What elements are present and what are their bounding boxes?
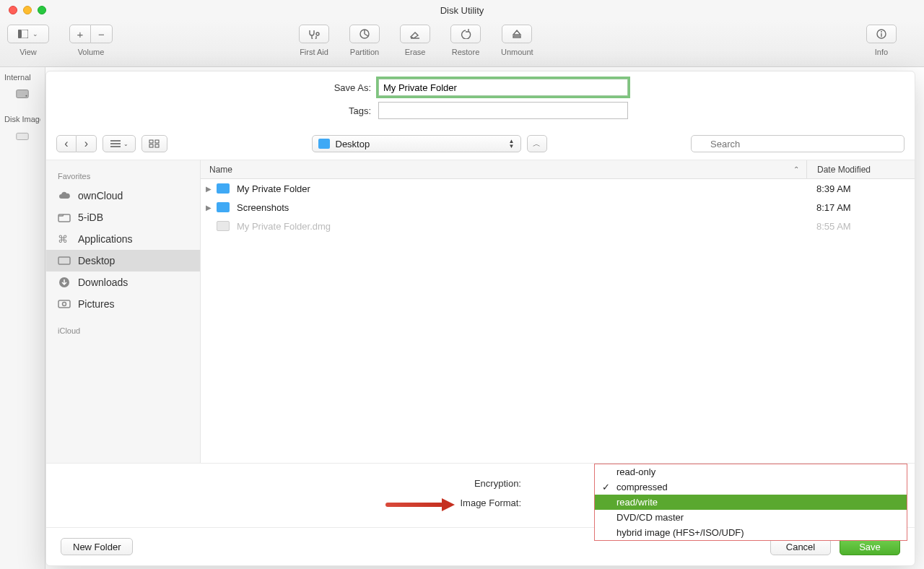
svg-text:⌘: ⌘ [58,233,68,245]
pie-icon [359,28,370,40]
sidebar-item-pictures[interactable]: Pictures [46,293,200,315]
svg-rect-9 [17,133,29,139]
name-column-header[interactable]: Name ⌃ [201,165,806,175]
nav-back-forward: ‹ › [56,135,97,152]
back-button[interactable]: ‹ [56,135,77,152]
svg-rect-1 [18,30,22,38]
disclosure-icon[interactable]: ▶ [201,185,217,193]
location-popup[interactable]: Desktop ▲▼ [312,135,521,152]
view-label: View [19,48,37,56]
info-button[interactable] [866,25,897,43]
folder-icon [318,139,330,149]
downloads-icon [58,277,71,288]
sidebar-item-label: Downloads [78,277,128,288]
toolbar: ⌄ View + − Volume First Aid Partition Er… [0,20,924,67]
options-area: Encryption: Image Format: read-onlycompr… [46,464,915,527]
partition-button[interactable] [349,25,380,43]
internal-disk-item[interactable] [4,86,40,102]
icloud-header: iCloud [46,322,200,339]
date-column-header[interactable]: Date Modified [806,160,915,178]
menu-item-dvd-cd-master[interactable]: DVD/CD master [595,510,907,525]
collapse-button[interactable]: ︿ [527,135,547,152]
tags-input[interactable] [378,102,628,119]
encryption-label: Encryption: [68,478,530,489]
sidebar-item-label: 5-iDB [78,212,103,223]
erase-button[interactable] [400,25,430,43]
file-name: Screenshots [235,202,806,213]
sidebar-item-downloads[interactable]: Downloads [46,272,200,293]
menu-item-read-only[interactable]: read-only [595,464,907,479]
unmount-button[interactable] [502,25,532,43]
eject-icon [512,29,522,39]
apps-icon: ⌘ [58,233,71,245]
sidebar-item-label: ownCloud [78,190,123,201]
saveas-input[interactable] [378,79,628,96]
file-list-area: Name ⌃ Date Modified ▶My Private Folder8… [201,160,915,463]
close-window-button[interactable] [9,6,17,14]
unmount-tool: Unmount [501,25,533,56]
location-label: Desktop [336,139,503,149]
sidebar-item-owncloud[interactable]: ownCloud [46,185,200,207]
file-date: 8:39 AM [806,183,915,194]
file-browser: Favorites ownCloud5-iDB⌘ApplicationsDesk… [46,160,915,464]
sort-asc-icon: ⌃ [793,165,799,173]
view-button[interactable]: ⌄ [7,25,49,43]
view-mode-button[interactable]: ⌄ [103,135,136,152]
internal-header: Internal [4,73,40,82]
svg-rect-16 [58,257,70,264]
nav-toolbar: ‹ › ⌄ Desktop ▲▼ ︿ [46,128,915,160]
restore-label: Restore [452,48,480,56]
menu-item-read-write[interactable]: read/write [595,495,907,510]
volume-tool: + − Volume [69,25,113,56]
favorites-sidebar: Favorites ownCloud5-iDB⌘ApplicationsDesk… [46,160,201,463]
save-sheet: Save As: Tags: ‹ › ⌄ Desktop ▲▼ ︿ [45,71,915,566]
column-header: Name ⌃ Date Modified [201,160,915,179]
sidebar-item-5-idb[interactable]: 5-iDB [46,207,200,228]
chevron-up-icon: ︿ [533,139,541,149]
file-rows: ▶My Private Folder8:39 AM▶Screenshots8:1… [201,179,915,463]
image-format-menu: read-onlycompressedread/writeDVD/CD mast… [594,464,907,541]
disclosure-icon[interactable]: ▶ [201,204,217,212]
file-name: My Private Folder.dmg [235,221,806,232]
zoom-window-button[interactable] [38,6,46,14]
restore-button[interactable] [450,25,481,43]
sidebar-item-desktop[interactable]: Desktop [46,250,200,272]
volume-add-button[interactable]: + [69,25,91,43]
file-row[interactable]: My Private Folder.dmg8:55 AM [201,217,915,235]
forward-button[interactable]: › [77,135,97,152]
sidebar-item-label: Applications [78,233,133,245]
folder-icon [217,183,230,194]
list-icon [110,140,121,147]
tags-label: Tags: [68,105,378,116]
search-input[interactable] [691,135,905,152]
partition-tool: Partition [349,25,380,56]
volume-remove-button[interactable]: − [91,25,113,43]
disk-image-item[interactable] [4,128,40,144]
grid-icon [149,139,160,148]
desktop-icon [58,255,71,266]
file-date: 8:55 AM [806,221,915,232]
file-row[interactable]: ▶My Private Folder8:39 AM [201,179,915,198]
saveas-row: Save As: [46,71,915,99]
file-date: 8:17 AM [806,202,915,213]
svg-rect-13 [155,144,159,147]
file-row[interactable]: ▶Screenshots8:17 AM [201,198,915,217]
firstaid-tool: First Aid [299,25,329,56]
diskimages-header: Disk Images [4,115,40,123]
svg-rect-12 [149,144,153,147]
menu-item-hybrid-image-hfs-iso-udf-[interactable]: hybrid image (HFS+/ISO/UDF) [595,525,907,540]
minimize-window-button[interactable] [23,6,32,14]
sidebar-item-applications[interactable]: ⌘Applications [46,228,200,250]
firstaid-button[interactable] [299,25,329,43]
saveas-label: Save As: [68,82,378,93]
svg-rect-10 [149,140,153,143]
device-list: Internal Disk Images [0,67,45,569]
restore-icon [460,29,471,39]
search-wrap [691,135,905,152]
new-folder-button[interactable]: New Folder [61,538,133,555]
group-button[interactable] [141,135,167,152]
eraser-icon [409,29,421,39]
erase-label: Erase [405,48,426,56]
info-icon [876,29,886,39]
menu-item-compressed[interactable]: compressed [595,479,907,495]
